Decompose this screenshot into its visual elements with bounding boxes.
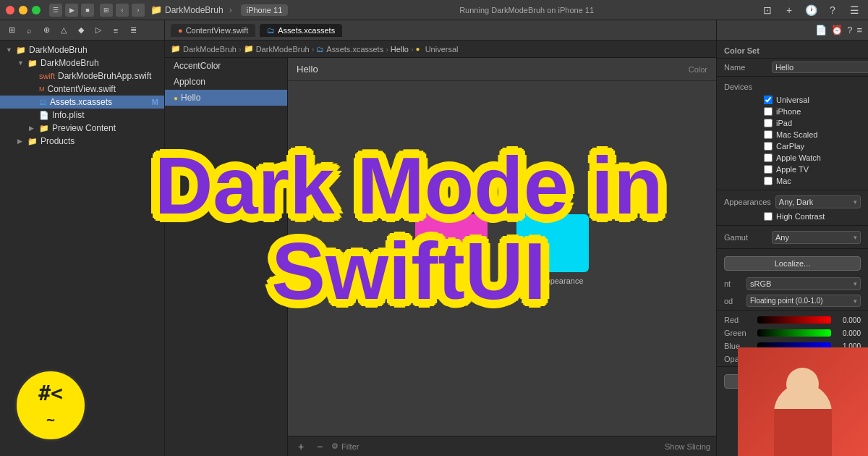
asset-icon: 🗂 xyxy=(39,98,47,106)
device-selector[interactable]: iPhone 11 xyxy=(241,4,289,16)
appearances-label: Appearances xyxy=(724,198,771,206)
folder-icon: 📁 xyxy=(16,46,26,55)
mac-scaled-checkbox[interactable] xyxy=(764,130,773,139)
asset-footer: + − ⚙ Filter Show Slicing xyxy=(288,436,716,456)
layout-icon[interactable]: ☰ xyxy=(846,2,862,18)
quick-help-icon[interactable]: ⏰ xyxy=(831,25,843,35)
scm-icon[interactable]: ⊕ xyxy=(39,23,54,38)
any-color-box[interactable] xyxy=(415,214,488,272)
add-icon[interactable]: + xyxy=(781,2,797,18)
asset-item-appicon[interactable]: AppIcon xyxy=(165,74,287,90)
warning-icon[interactable]: △ xyxy=(56,23,71,38)
report-icon[interactable]: ≣ xyxy=(126,23,140,38)
folder-icon: 📁 xyxy=(27,59,38,68)
sidebar-item-plist[interactable]: 📄 Info.plist xyxy=(0,109,164,122)
localize-button[interactable]: Localize... xyxy=(724,256,861,271)
folder-icon: 📁 xyxy=(39,124,49,133)
swift-icon: M xyxy=(39,85,45,93)
search-icon[interactable]: ⌕ xyxy=(22,23,36,38)
ipad-checkbox[interactable] xyxy=(764,119,773,127)
universal-checkbox[interactable] xyxy=(764,96,773,104)
name-label: Name xyxy=(724,63,767,72)
red-slider[interactable] xyxy=(757,316,831,324)
chevron-down-icon: ▾ xyxy=(854,297,857,305)
close-button[interactable] xyxy=(6,6,14,14)
name-input[interactable] xyxy=(772,62,868,73)
asset-tab-icon: 🗂 xyxy=(267,26,275,35)
red-channel-row: Red 0.000 xyxy=(717,313,868,326)
carplay-checkbox[interactable] xyxy=(764,142,773,151)
asset-item-hello[interactable]: ●Hello xyxy=(165,90,287,106)
disclosure-icon: ▶ xyxy=(17,138,26,145)
remove-item-button[interactable]: − xyxy=(312,441,327,452)
iphone-checkbox[interactable] xyxy=(764,107,773,116)
dark-appearance-swatch: Dark Appearance xyxy=(516,214,589,285)
editor-area: ● ContentView.swift 🗂 Assets.xcassets 📁 … xyxy=(165,20,716,456)
sidebar-item-contentview[interactable]: M ContentView.swift xyxy=(0,83,164,96)
person-body xyxy=(774,384,832,456)
sidebar-item-products[interactable]: ▶ 📁 Products xyxy=(0,135,164,148)
grid-icon[interactable]: ⊞ xyxy=(100,4,113,17)
any-appearance-label: Any Appearance xyxy=(422,276,481,285)
color-mode-label: Color xyxy=(689,65,707,74)
add-item-button[interactable]: + xyxy=(294,441,308,452)
asset-item-accentcolor[interactable]: AccentColor xyxy=(165,58,287,74)
apple-watch-checkbox[interactable] xyxy=(764,153,773,162)
tab-contentview[interactable]: ● ContentView.swift xyxy=(171,24,255,37)
apple-tv-checkbox[interactable] xyxy=(764,165,773,174)
dark-color-box[interactable] xyxy=(516,214,589,272)
titlebar-right-controls: ⊡ + 🕐 ? ☰ xyxy=(760,2,862,18)
debug-icon[interactable]: ≡ xyxy=(109,23,123,38)
sidebar-toolbar: ⊞ ⌕ ⊕ △ ◆ ▷ ≡ ≣ xyxy=(0,20,164,41)
swift-icon: swift xyxy=(39,72,55,80)
help-icon[interactable]: ? xyxy=(825,2,841,18)
modified-badge: M xyxy=(152,98,158,106)
swatches-row: Any Appearance Dark Appearance xyxy=(415,214,589,285)
method-dropdown[interactable]: Floating point (0.0-1.0) ▾ xyxy=(746,295,861,307)
help-icon[interactable]: ? xyxy=(847,25,852,35)
mac-checkbox-row: Mac xyxy=(717,175,868,190)
method-label: od xyxy=(724,297,742,305)
tab-assets[interactable]: 🗂 Assets.xcassets xyxy=(260,24,342,37)
person-thumbnail xyxy=(738,347,868,456)
library-icon[interactable]: 🕐 xyxy=(803,2,819,18)
color-set-title: Color Set xyxy=(717,41,868,59)
titlebar: ☰ ▶ ■ ⊞ ‹ › 📁 DarkModeBruh › iPhone 11 R… xyxy=(0,0,868,20)
folder-icon: 📁 xyxy=(150,4,162,15)
chevron-down-icon: ▾ xyxy=(854,280,857,287)
gamut-dropdown[interactable]: Any ▾ xyxy=(772,231,861,244)
sidebar-item-assets[interactable]: 🗂 Assets.xcassets M xyxy=(0,96,164,109)
disclosure-icon: ▼ xyxy=(6,46,14,54)
minimize-button[interactable] xyxy=(19,6,27,14)
color-space-dropdown[interactable]: sRGB ▾ xyxy=(746,277,861,290)
apple-watch-checkbox-row: Apple Watch xyxy=(717,152,868,164)
breakpoint-icon[interactable]: ◆ xyxy=(74,23,88,38)
color-set-editor: Hello Color Any Appearance Dark Appearan… xyxy=(288,58,716,456)
disclosure-icon: ▼ xyxy=(17,59,26,67)
gamut-row: Gamut Any ▾ xyxy=(717,229,868,249)
green-channel-row: Green 0.000 xyxy=(717,326,868,339)
show-slicing-label: Show Slicing xyxy=(665,442,710,451)
test-icon[interactable]: ▷ xyxy=(91,23,106,38)
sidebar-item-preview-content[interactable]: ▶ 📁 Preview Content xyxy=(0,122,164,135)
sidebar-icon[interactable]: ☰ xyxy=(49,4,62,17)
play-icon[interactable]: ▶ xyxy=(65,4,78,17)
stop-icon[interactable]: ■ xyxy=(81,4,94,17)
footer-right: Show Slicing xyxy=(665,442,710,452)
maximize-button[interactable] xyxy=(32,6,41,14)
green-slider[interactable] xyxy=(757,329,831,337)
sidebar-item-darkmodeBruh-group[interactable]: ▼ 📁 DarkModeBruh xyxy=(0,56,164,69)
forward-icon[interactable]: › xyxy=(132,4,145,17)
asset-title: Hello xyxy=(297,64,689,75)
attributes-icon[interactable]: ≡ xyxy=(856,25,862,35)
disclosure-icon: ▶ xyxy=(29,124,38,132)
sidebar-item-app-swift[interactable]: swift DarkModeBruhApp.swift xyxy=(0,69,164,83)
file-inspector-icon[interactable]: 📄 xyxy=(815,25,827,35)
mac-checkbox[interactable] xyxy=(764,177,773,185)
high-contrast-checkbox[interactable] xyxy=(764,212,773,221)
folder-nav-icon[interactable]: ⊞ xyxy=(4,23,19,38)
back-icon[interactable]: ‹ xyxy=(116,4,129,17)
inspector-icon[interactable]: ⊡ xyxy=(760,2,775,18)
appearances-dropdown[interactable]: Any, Dark ▾ xyxy=(775,195,861,208)
sidebar-item-darkmodeBruh-root[interactable]: ▼ 📁 DarkModeBruh xyxy=(0,43,164,56)
